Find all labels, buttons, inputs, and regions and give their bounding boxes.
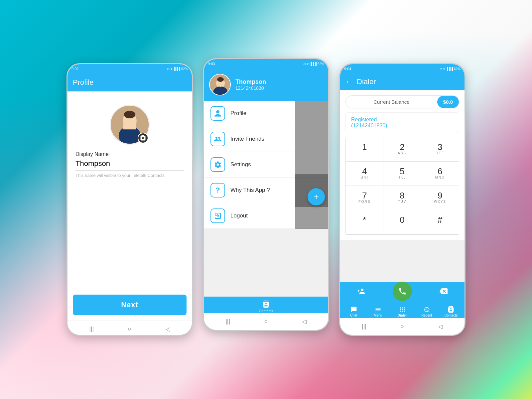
recent-icon	[423, 306, 430, 313]
chat-icon	[350, 306, 357, 313]
contacts-tab-label: Contacts	[259, 309, 273, 313]
svg-rect-4	[123, 125, 136, 129]
dial-btn-6[interactable]: 6MNO	[421, 162, 459, 186]
svg-point-11	[217, 77, 224, 82]
dial-sub-0: +	[401, 224, 404, 229]
gear-icon	[214, 161, 222, 169]
dial-sub-6: MNO	[435, 176, 445, 180]
gps-icon: ⊙	[167, 67, 170, 71]
home-hw-btn-2[interactable]: ○	[264, 318, 268, 325]
phone-profile: 9:02 ⊙ ▾ ▐▐▐ 62% Profile	[66, 63, 193, 336]
battery-icon-2: 62%	[318, 62, 324, 66]
phone2-bottom-nav: ||| ○ ◁	[204, 313, 328, 330]
menu-tab-label: Menu	[374, 314, 382, 317]
question-icon: ?	[215, 186, 220, 195]
dialer-content: Current Balance $0.0 Registered (1214240…	[340, 90, 465, 240]
wifi-icon-3: ▾	[443, 67, 445, 71]
overlay-right	[295, 101, 328, 229]
people-icon	[214, 135, 222, 143]
svg-point-13	[402, 307, 403, 308]
tab-menu[interactable]: Menu	[366, 306, 390, 317]
gps-icon-2: ⊙	[303, 62, 306, 66]
menu-items-container: Profile Invite Friends Settings	[204, 101, 328, 229]
status-time-1: 9:02	[71, 67, 78, 71]
dial-num-9: 9	[438, 191, 442, 200]
menu-user-info: Thompson 12142401830	[235, 78, 266, 91]
dial-btn-8[interactable]: 8TUV	[383, 186, 421, 210]
dial-sub-5: JKL	[398, 176, 406, 180]
display-name-value[interactable]: Thompson	[75, 159, 184, 171]
dialpad: 12ABC3DEF4GHI5JKL6MNO7PQRS8TUV9WXYZ*0+#	[345, 137, 459, 235]
menu-header: Thompson 12142401830	[204, 68, 328, 101]
status-time-3: 9:04	[344, 67, 351, 71]
menu-why-label: Why This App ?	[230, 187, 270, 194]
dial-btn-9[interactable]: 9WXYZ	[421, 186, 459, 210]
tab-contacts[interactable]: Contacts	[259, 301, 273, 313]
recent-tab-label: Recent	[421, 314, 432, 317]
next-button[interactable]: Next	[73, 295, 187, 315]
dial-btn-5[interactable]: 5JKL	[383, 162, 421, 186]
dial-btn-7[interactable]: 7PQRS	[346, 186, 383, 210]
dial-btn-3[interactable]: 3DEF	[421, 137, 459, 162]
registered-label: Registered	[351, 117, 454, 123]
dial-btn-4[interactable]: 4GHI	[346, 162, 383, 186]
profile-menu-icon	[210, 106, 225, 121]
camera-badge[interactable]	[138, 133, 148, 143]
dialer-action-bar	[340, 282, 465, 302]
dial-num-3: 3	[438, 143, 442, 151]
dial-num-#: #	[438, 215, 442, 224]
dial-num-8: 8	[400, 191, 404, 200]
status-bar-2: 9:03 ⊙ ▾ ▐▐▐ 62%	[204, 59, 328, 68]
dial-btn-0[interactable]: 0+	[383, 210, 421, 234]
dialer-tab-label: Dialer	[398, 314, 407, 317]
dialer-title: Dialer	[357, 77, 376, 86]
display-name-label: Display Name	[75, 151, 184, 157]
wifi-icon-2: ▾	[307, 62, 309, 66]
menu-avatar	[209, 74, 231, 95]
add-contact-btn[interactable]	[357, 287, 365, 297]
call-button[interactable]	[393, 282, 412, 301]
registered-box: Registered (12142401830)	[345, 112, 459, 133]
signal-icon-2: ▐▐▐	[310, 62, 317, 66]
tab-dialer[interactable]: Dialer	[390, 306, 414, 317]
dialer-header: ← Dialer	[340, 73, 465, 90]
tab-chat[interactable]: Chat	[341, 306, 366, 317]
dial-sub-7: PQRS	[358, 200, 370, 204]
dial-num-7: 7	[362, 191, 367, 200]
tab-contacts-dialer[interactable]: Contacts	[439, 306, 463, 317]
dial-btn-1[interactable]: 1	[346, 137, 383, 162]
back-hw-btn-2[interactable]: ◁	[302, 318, 307, 325]
tab-recent[interactable]: Recent	[415, 306, 439, 317]
dial-sub-8: TUV	[398, 200, 406, 204]
menu-hw-btn[interactable]: |||	[89, 326, 94, 333]
dial-num-4: 4	[362, 167, 367, 176]
person-icon	[214, 109, 222, 117]
dial-btn-*[interactable]: *	[346, 210, 383, 234]
status-icons-1: ⊙ ▾ ▐▐▐ 62%	[167, 67, 188, 71]
svg-point-12	[400, 307, 401, 308]
dial-btn-#[interactable]: #	[421, 210, 459, 234]
settings-menu-icon	[210, 157, 225, 172]
add-contact-icon	[357, 287, 365, 295]
dial-sub-9: WXYZ	[434, 200, 446, 204]
logout-menu-icon	[210, 208, 225, 223]
dial-btn-2[interactable]: 2ABC	[383, 137, 421, 162]
menu-hw-btn-3[interactable]: |||	[362, 323, 366, 330]
home-hw-btn[interactable]: ○	[128, 326, 132, 333]
menu-hw-btn-2[interactable]: |||	[225, 318, 230, 325]
home-hw-btn-3[interactable]: ○	[401, 323, 404, 330]
why-menu-icon: ?	[210, 183, 225, 198]
delete-btn[interactable]	[440, 287, 448, 297]
svg-point-15	[400, 309, 401, 310]
dial-num-*: *	[363, 215, 366, 224]
status-icons-2: ⊙ ▾ ▐▐▐ 62%	[303, 62, 324, 66]
phones-container: 9:02 ⊙ ▾ ▐▐▐ 62% Profile	[0, 0, 532, 399]
battery-icon-3: 62%	[454, 67, 461, 71]
fab-button[interactable]: +	[308, 188, 325, 205]
back-hw-btn[interactable]: ◁	[166, 326, 170, 333]
back-hw-btn-3[interactable]: ◁	[438, 323, 443, 330]
dial-num-2: 2	[400, 143, 404, 151]
balance-row: Current Balance $0.0	[345, 95, 459, 108]
dialer-back-button[interactable]: ←	[345, 77, 353, 86]
dialpad-icon	[399, 306, 406, 313]
